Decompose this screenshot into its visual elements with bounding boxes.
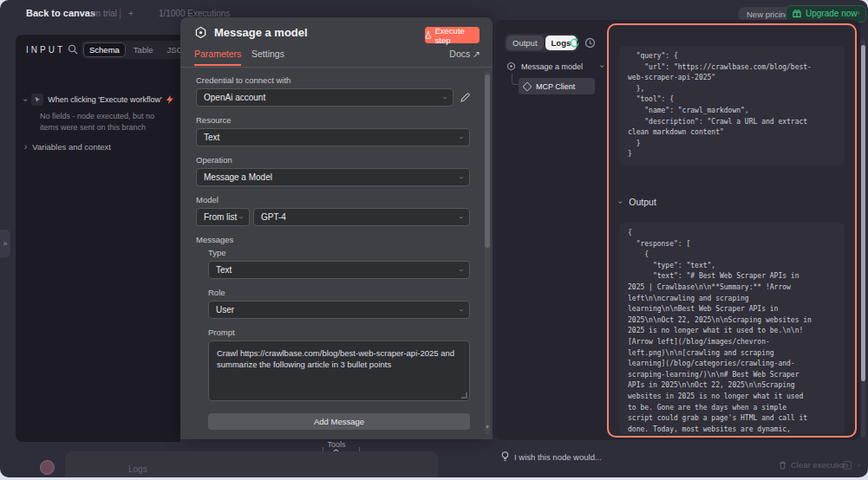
credential-select[interactable]: OpenAi account› xyxy=(196,88,454,107)
logs-bar-label: Logs xyxy=(128,464,147,474)
clear-execution-button[interactable]: Clear execution xyxy=(779,460,848,470)
role-label: Role xyxy=(208,288,470,297)
topbar-divider: | xyxy=(119,7,121,19)
manual-trigger-node-icon xyxy=(31,94,43,106)
openai-node-icon xyxy=(506,62,516,71)
node-panel-scrollbar-thumb[interactable] xyxy=(485,75,490,248)
trial-status: on trial xyxy=(91,9,117,18)
chevron-down-icon[interactable]: › xyxy=(597,65,607,68)
mcp-client-node-icon xyxy=(522,81,532,91)
node-title: Message a model xyxy=(214,26,308,39)
tab-schema[interactable]: Schema xyxy=(83,42,126,57)
lightning-icon xyxy=(166,95,173,104)
trigger-node-label: When clicking 'Execute workflow' xyxy=(48,95,161,104)
input-json-block: "query": { "url": "https://crawlbase.com… xyxy=(619,46,845,165)
input-panel-title: INPUT xyxy=(26,45,65,55)
chevron-down-icon[interactable]: › xyxy=(21,98,30,101)
prompt-textarea[interactable]: Crawl https://crawlbase.com/blog/best-we… xyxy=(208,341,470,401)
model-mode-select[interactable]: From list› xyxy=(196,208,250,226)
node-tabs: Parameters Settings Docs ↗ xyxy=(180,49,493,68)
no-fields-message: No fields - node executed, but no items … xyxy=(40,111,172,133)
operation-select[interactable]: Message a Model› xyxy=(196,168,470,186)
resource-label: Resource xyxy=(196,115,470,125)
type-label: Type xyxy=(208,248,470,257)
chevrons-right-icon: » xyxy=(3,239,7,248)
chevron-right-icon: › xyxy=(24,142,27,152)
tab-settings[interactable]: Settings xyxy=(251,49,284,59)
add-tag-button[interactable]: + xyxy=(128,9,134,18)
collapse-chevron-icon[interactable]: › xyxy=(857,7,860,17)
screenshot-stage: Back to canvas on trial | + 1/1000 Execu… xyxy=(0,0,868,480)
trash-icon xyxy=(779,461,786,470)
output-json-text: { "response": [ { "type": "text", "text"… xyxy=(628,228,836,434)
execute-step-button[interactable]: Execute step xyxy=(425,27,480,43)
input-panel: INPUT Schema Table JSON › When clicking … xyxy=(16,35,180,442)
log-tree-node-item[interactable]: Message a model › xyxy=(506,62,604,71)
back-to-canvas-button[interactable]: Back to canvas xyxy=(26,8,95,18)
clock-icon[interactable] xyxy=(584,37,596,49)
log-tree-mcp-client-item[interactable]: MCP Client xyxy=(519,78,595,94)
output-logs-pane: Output Logs Message a model › MCP Client… xyxy=(496,20,860,440)
edit-pencil-icon[interactable] xyxy=(460,93,470,102)
refresh-icon[interactable] xyxy=(569,37,580,49)
chevron-right-icon[interactable]: › xyxy=(858,460,860,470)
variables-and-context-item[interactable]: › Variables and context xyxy=(24,142,111,152)
node-feedback-button[interactable]: I wish this node would... xyxy=(501,451,602,462)
tab-table[interactable]: Table xyxy=(127,42,160,57)
resize-handle[interactable] xyxy=(461,392,467,399)
docs-link[interactable]: Docs ↗ xyxy=(449,49,480,59)
output-json-block: { "response": [ { "type": "text", "text"… xyxy=(619,223,845,434)
role-select[interactable]: User› xyxy=(208,301,470,319)
input-json-text: "query": { "url": "https://crawlbase.com… xyxy=(628,51,836,160)
operation-label: Operation xyxy=(196,155,470,165)
log-detail-panel[interactable]: "query": { "url": "https://crawlbase.com… xyxy=(607,23,857,438)
lightbulb-icon xyxy=(501,451,509,462)
node-details-panel: Message a model Execute step Parameters … xyxy=(180,17,493,439)
pin-output-icon[interactable] xyxy=(843,461,852,470)
assistant-button[interactable] xyxy=(40,460,55,475)
trigger-tree-item[interactable]: › When clicking 'Execute workflow' xyxy=(24,94,177,106)
type-select[interactable]: Text› xyxy=(208,261,470,279)
gift-icon xyxy=(793,10,801,17)
output-section-header[interactable]: › Output xyxy=(619,197,656,207)
n8n-app-window: Back to canvas on trial | + 1/1000 Execu… xyxy=(0,0,868,477)
tab-output[interactable]: Output xyxy=(506,36,544,50)
add-message-button[interactable]: Add Message xyxy=(208,413,470,430)
expand-sidebar-handle[interactable]: » xyxy=(0,230,10,257)
detail-scrollbar-thumb[interactable] xyxy=(861,45,865,381)
external-link-icon: ↗ xyxy=(473,49,480,59)
credential-label: Credential to connect with xyxy=(196,75,470,85)
prompt-label: Prompt xyxy=(208,328,470,337)
flask-icon xyxy=(425,31,432,39)
parameters-form: Credential to connect with OpenAi accoun… xyxy=(180,68,482,439)
resource-select[interactable]: Text› xyxy=(196,128,470,146)
tab-parameters[interactable]: Parameters xyxy=(194,49,241,66)
scroll-down-arrow-icon[interactable]: ▼ xyxy=(485,425,490,430)
collapsed-logs-bar[interactable] xyxy=(65,451,438,477)
search-icon[interactable] xyxy=(68,44,78,55)
model-select[interactable]: GPT-4› xyxy=(253,208,470,226)
openai-node-icon xyxy=(194,26,207,39)
input-view-tabs: Schema Table JSON xyxy=(82,41,197,59)
output-logs-tabs: Output Logs xyxy=(505,34,578,52)
chevron-down-icon: › xyxy=(616,200,625,203)
model-label: Model xyxy=(196,195,470,204)
messages-label: Messages xyxy=(196,235,470,244)
